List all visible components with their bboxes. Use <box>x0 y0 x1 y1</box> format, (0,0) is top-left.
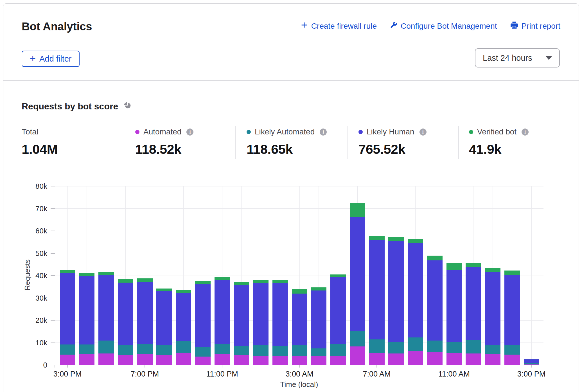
bar-segment-verified-bot[interactable] <box>60 270 75 273</box>
bar-segment-verified-bot[interactable] <box>234 282 249 285</box>
bar-segment-verified-bot[interactable] <box>272 280 288 283</box>
bar-segment-automated[interactable] <box>79 354 94 365</box>
bar-segment-likely-human[interactable] <box>292 294 307 345</box>
bar-segment-verified-bot[interactable] <box>156 289 172 291</box>
bar-segment-likely-automated[interactable] <box>408 337 423 351</box>
bar-segment-likely-automated[interactable] <box>330 344 346 356</box>
bar-segment-likely-human[interactable] <box>234 285 249 346</box>
bar-segment-likely-automated[interactable] <box>176 341 191 353</box>
bar-segment-verified-bot[interactable] <box>176 290 191 293</box>
bar-segment-likely-automated[interactable] <box>79 344 94 354</box>
bar-segment-automated[interactable] <box>272 356 288 365</box>
bar-segment-likely-automated[interactable] <box>156 345 172 355</box>
bar-segment-likely-human[interactable] <box>504 275 520 345</box>
bar-segment-automated[interactable] <box>137 354 153 365</box>
bar-segment-likely-human[interactable] <box>330 277 346 344</box>
bar-segment-likely-automated[interactable] <box>215 344 230 354</box>
bar-segment-automated[interactable] <box>311 356 326 365</box>
bar-segment-verified-bot[interactable] <box>369 236 385 240</box>
bar-segment-likely-human[interactable] <box>156 291 172 345</box>
bar-segment-verified-bot[interactable] <box>79 273 94 276</box>
bar-segment-verified-bot[interactable] <box>253 280 269 283</box>
bar-segment-automated[interactable] <box>408 351 423 365</box>
bar-segment-verified-bot[interactable] <box>524 359 539 359</box>
bar-segment-verified-bot[interactable] <box>330 274 346 277</box>
bar-segment-likely-human[interactable] <box>195 284 211 348</box>
bar-segment-verified-bot[interactable] <box>215 277 230 280</box>
bar-segment-automated[interactable] <box>446 353 462 365</box>
bar-segment-verified-bot[interactable] <box>137 278 153 282</box>
bar-segment-automated[interactable] <box>215 354 230 365</box>
bar-segment-likely-automated[interactable] <box>504 345 520 355</box>
bar-segment-verified-bot[interactable] <box>504 271 520 275</box>
bar-segment-likely-automated[interactable] <box>524 363 539 364</box>
bar-segment-automated[interactable] <box>253 356 269 365</box>
bar-segment-likely-human[interactable] <box>272 283 288 346</box>
bar-segment-verified-bot[interactable] <box>446 263 462 270</box>
bar-segment-likely-human[interactable] <box>369 240 385 340</box>
bar-segment-automated[interactable] <box>427 352 443 365</box>
bar-segment-likely-automated[interactable] <box>350 331 365 346</box>
bar-segment-automated[interactable] <box>195 357 211 365</box>
bar-segment-likely-human[interactable] <box>137 282 153 344</box>
bar-segment-likely-human[interactable] <box>427 260 443 341</box>
bar-segment-automated[interactable] <box>118 355 133 365</box>
bar-segment-likely-automated[interactable] <box>60 344 75 355</box>
bar-segment-automated[interactable] <box>388 353 404 365</box>
bar-segment-verified-bot[interactable] <box>466 263 481 267</box>
bar-segment-likely-automated[interactable] <box>292 345 307 356</box>
bar-segment-likely-automated[interactable] <box>388 342 404 353</box>
bar-segment-likely-human[interactable] <box>98 275 114 340</box>
bar-segment-automated[interactable] <box>176 353 191 365</box>
bar-segment-automated[interactable] <box>98 353 114 365</box>
bar-segment-likely-human[interactable] <box>118 283 133 345</box>
bar-segment-likely-automated[interactable] <box>195 347 211 357</box>
bar-segment-likely-automated[interactable] <box>446 342 462 353</box>
bar-segment-likely-human[interactable] <box>388 241 404 342</box>
bar-segment-verified-bot[interactable] <box>118 279 133 283</box>
bar-segment-verified-bot[interactable] <box>292 289 307 294</box>
bar-segment-likely-automated[interactable] <box>98 341 114 354</box>
bar-segment-likely-human[interactable] <box>176 293 191 341</box>
bar-segment-likely-human[interactable] <box>446 270 462 342</box>
bar-segment-verified-bot[interactable] <box>195 281 211 283</box>
bar-segment-likely-human[interactable] <box>253 283 269 345</box>
bar-segment-verified-bot[interactable] <box>98 272 114 275</box>
bar-segment-likely-human[interactable] <box>524 359 539 363</box>
bar-segment-likely-automated[interactable] <box>234 346 249 355</box>
bar-segment-likely-automated[interactable] <box>118 345 133 355</box>
bar-segment-likely-automated[interactable] <box>137 344 153 354</box>
bar-segment-verified-bot[interactable] <box>388 237 404 241</box>
bar-segment-automated[interactable] <box>234 355 249 365</box>
bar-segment-verified-bot[interactable] <box>427 256 443 260</box>
bar-segment-likely-human[interactable] <box>60 273 75 344</box>
y-tick-label: 0 <box>13 361 47 370</box>
bar-segment-verified-bot[interactable] <box>408 239 423 243</box>
bar-segment-automated[interactable] <box>485 354 500 365</box>
bar-segment-likely-automated[interactable] <box>272 346 288 356</box>
bar-segment-likely-automated[interactable] <box>466 340 481 353</box>
bar-segment-automated[interactable] <box>504 355 520 365</box>
bar-segment-automated[interactable] <box>369 353 385 365</box>
bar-segment-likely-human[interactable] <box>311 290 326 348</box>
bar-segment-likely-automated[interactable] <box>369 339 385 353</box>
bar-segment-automated[interactable] <box>292 356 307 365</box>
bar-segment-verified-bot[interactable] <box>311 287 326 290</box>
bar-segment-automated[interactable] <box>330 356 346 365</box>
bar-segment-verified-bot[interactable] <box>485 268 500 272</box>
bar-segment-verified-bot[interactable] <box>350 203 365 217</box>
bar-segment-likely-human[interactable] <box>485 272 500 345</box>
bar-segment-likely-human[interactable] <box>466 267 481 340</box>
bar-segment-automated[interactable] <box>350 346 365 365</box>
bar-segment-likely-automated[interactable] <box>485 345 500 354</box>
bar-segment-likely-human[interactable] <box>350 217 365 331</box>
bar-segment-likely-automated[interactable] <box>253 345 269 356</box>
bar-segment-likely-automated[interactable] <box>427 341 443 352</box>
bar-segment-likely-automated[interactable] <box>311 348 326 356</box>
bar-segment-automated[interactable] <box>60 355 75 365</box>
bar-segment-likely-human[interactable] <box>79 276 94 344</box>
bar-segment-automated[interactable] <box>156 355 172 365</box>
bar-segment-likely-human[interactable] <box>408 243 423 337</box>
bar-segment-automated[interactable] <box>466 353 481 365</box>
bar-segment-likely-human[interactable] <box>215 280 230 344</box>
